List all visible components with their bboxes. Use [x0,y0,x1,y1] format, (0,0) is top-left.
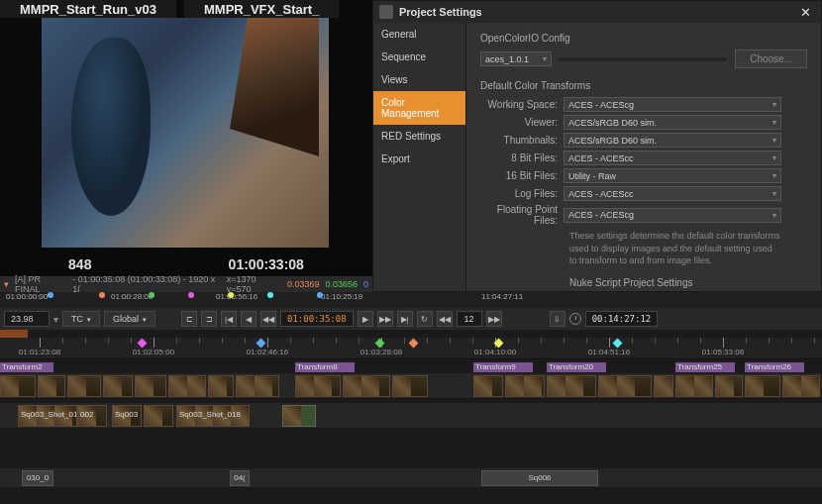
sidebar-item-views[interactable]: Views [373,68,465,91]
timeline-clip[interactable] [208,375,234,397]
viewer-xy: x=1370 y=570 [227,274,281,294]
audio-clip[interactable]: 030_0 [22,470,53,486]
marker-yellow-icon[interactable] [228,292,234,298]
transform-bar[interactable]: Transform2 [0,362,53,372]
timeline-clip[interactable] [654,375,673,397]
timeline-clip[interactable] [236,375,279,397]
frames-field[interactable]: 12 [457,311,482,327]
timeline-ruler[interactable]: 01:01:23:0801:02:05:0001:02:46:1601:03:2… [0,338,822,359]
timeline-clip[interactable] [547,375,596,397]
timeline-clip[interactable] [392,375,428,397]
mini-timeline-ruler[interactable]: 01:00:00:0001:00:28:0601:00:56:1601:10:2… [0,292,822,308]
transform-bar[interactable]: Transform9 [473,362,533,372]
goto-start-button[interactable]: ⊏ [181,311,197,327]
timeline-clip[interactable] [343,375,390,397]
timeline-clip[interactable] [505,375,545,397]
keyframe-diamond-icon[interactable] [613,339,623,349]
settings-content: OpenColorIO Config aces_1.0.1 Choose... … [466,23,821,291]
timeline-clip[interactable]: 002 [77,405,107,427]
timeline-clip[interactable]: Sq003_Shot_01 [18,405,77,427]
marker-orange-icon[interactable] [99,292,105,298]
timeline-clip[interactable] [598,375,652,397]
close-icon[interactable]: ✕ [796,5,815,20]
timeline-clip[interactable] [715,375,743,397]
keyframe-diamond-icon[interactable] [138,339,148,349]
tc-dropdown[interactable]: TC [62,311,100,327]
marker-blue2-icon[interactable] [317,292,323,298]
color-transform-select-1[interactable]: ACES/sRGB D60 sim. [564,115,781,130]
audio-clip[interactable]: Sq006 [481,470,598,486]
ocio-slider[interactable] [558,57,727,61]
keyframe-diamond-icon[interactable] [409,339,419,349]
color-transform-select-6[interactable]: ACES - ACEScg [564,208,781,223]
current-timecode[interactable]: 01:00:35:08 [280,311,354,327]
play-back-button[interactable]: ◀◀ [260,311,276,327]
timeline-clip[interactable] [782,375,820,397]
play-button[interactable]: ▶ [358,311,373,327]
video-track-1[interactable]: Transform2Transform8Transform9Transform2… [0,373,822,399]
viewer-value-b: 0 [363,279,368,289]
marker-cyan-icon[interactable] [267,292,273,298]
transform-bar[interactable]: Transform8 [295,362,355,372]
ruler-label: 01:00:00:00 [6,292,48,301]
fps-field[interactable]: 23.98 [4,311,50,327]
audio-track[interactable]: 030_004(Sq006 [0,468,822,488]
marker-green-icon[interactable] [149,292,154,298]
transform-bar[interactable]: Transform20 [547,362,606,372]
timeline-clip[interactable] [295,375,341,397]
viewer-tab-2[interactable]: MMPR_VFX_Start_ [184,0,339,18]
color-transform-select-5[interactable]: ACES - ACEScc [564,186,781,201]
timeline-clip[interactable] [675,375,713,397]
caret-icon[interactable]: ▾ [53,314,58,325]
settings-sidebar: General Sequence Views Color Management … [373,23,466,291]
keyframe-diamond-icon[interactable] [375,339,385,349]
next-key-button[interactable]: ▶▶ [486,311,502,327]
sidebar-item-general[interactable]: General [373,23,465,46]
choose-button[interactable]: Choose... [735,50,807,68]
timeline-clip[interactable] [282,405,316,427]
color-transform-select-0[interactable]: ACES - ACEScg [564,97,781,112]
timeline-tick-label: 01:02:05:00 [133,348,174,356]
step-fwd-button[interactable]: ▶▶ [377,311,393,327]
transform-bar[interactable]: Transform25 [675,362,735,372]
timeline-clip[interactable] [38,375,65,397]
timeline-tab[interactable] [0,330,28,338]
global-dropdown[interactable]: Global [104,311,155,327]
keyframe-diamond-icon[interactable] [257,339,266,349]
timeline-clip[interactable] [103,375,133,397]
download-icon[interactable]: ⇩ [550,311,565,327]
video-track-2[interactable]: Sq003_Shot_01002Sq003Sq003_Shot_018 [0,403,822,429]
marker-blue-icon[interactable] [48,292,53,298]
color-transform-select-4[interactable]: Utility - Raw [564,168,781,183]
color-transform-select-2[interactable]: ACES/sRGB D60 sim. [564,133,781,148]
step-back-button[interactable]: ◀ [241,311,257,327]
timeline-clip[interactable] [144,405,173,427]
audio-clip[interactable]: 04( [230,470,250,486]
marker-pink-icon[interactable] [188,292,194,298]
timeline-clip[interactable] [473,375,503,397]
timeline-clip[interactable] [745,375,780,397]
timeline-clip[interactable]: Sq003_Shot_018 [176,405,250,427]
skip-start-button[interactable]: |◀ [221,311,237,327]
ruler-label: 01:00:56:16 [216,292,257,301]
ocio-config-select[interactable]: aces_1.0.1 [480,51,552,66]
skip-end-button[interactable]: ▶| [397,311,413,327]
goto-end-button[interactable]: ⊐ [201,311,217,327]
loop-button[interactable]: ↻ [417,311,433,327]
form-label: Thumbnails: [480,135,564,146]
caret-down-icon[interactable]: ▾ [4,279,9,289]
sidebar-item-red-settings[interactable]: RED Settings [373,125,465,148]
transform-bar[interactable]: Transform26 [745,362,804,372]
viewer-image[interactable] [42,18,329,248]
timeline-clip[interactable] [0,375,36,397]
timeline-clip[interactable] [67,375,101,397]
prev-key-button[interactable]: ◀◀ [437,311,453,327]
color-transform-select-3[interactable]: ACES - ACEScc [564,151,781,165]
timeline-clip[interactable]: Sq003 [112,405,142,427]
timeline-clip[interactable] [135,375,166,397]
sidebar-item-export[interactable]: Export [373,148,465,170]
timeline-clip[interactable] [168,375,206,397]
viewer-tab-1[interactable]: MMPR_Start_Run_v03 [0,0,176,18]
sidebar-item-color-management[interactable]: Color Management [373,91,465,125]
sidebar-item-sequence[interactable]: Sequence [373,46,465,68]
